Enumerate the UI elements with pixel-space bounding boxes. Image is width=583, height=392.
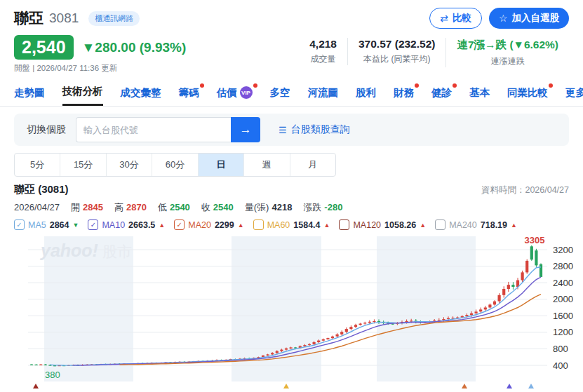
- period-tab-month[interactable]: 月: [290, 154, 335, 176]
- candle[interactable]: [410, 320, 413, 321]
- candle[interactable]: [39, 365, 42, 365]
- tab-chips[interactable]: 籌碼: [179, 79, 199, 106]
- period-tab-week[interactable]: 週: [243, 154, 289, 176]
- event-marker[interactable]: [462, 384, 467, 388]
- market-category-badge[interactable]: 櫃通訊網路: [88, 11, 140, 26]
- event-marker[interactable]: [528, 384, 534, 388]
- candle[interactable]: [294, 347, 297, 348]
- candle[interactable]: [30, 365, 33, 365]
- price-chart[interactable]: yahoo!股市 3200280024002000160012008004003…: [0, 234, 583, 392]
- candle[interactable]: [475, 311, 478, 313]
- ohlc-change: 漲跌-280: [303, 201, 342, 214]
- candle[interactable]: [267, 354, 269, 356]
- category-query-link[interactable]: ☰ 台股類股查詢: [279, 123, 350, 136]
- candle[interactable]: [479, 309, 482, 311]
- candle[interactable]: [498, 295, 501, 302]
- candle[interactable]: [493, 302, 496, 305]
- candle[interactable]: [470, 313, 473, 315]
- event-marker[interactable]: [283, 384, 289, 388]
- candle[interactable]: [507, 285, 510, 289]
- tab-health-check[interactable]: 健診: [431, 79, 452, 106]
- candle[interactable]: [317, 341, 320, 342]
- candle[interactable]: [345, 329, 348, 332]
- ma-item-ma5[interactable]: ✓MA52864▼: [14, 219, 79, 230]
- ma5-checkbox[interactable]: ✓: [14, 219, 25, 230]
- add-watchlist-button[interactable]: ☆ 加入自選股: [489, 8, 569, 29]
- tab-label: 股利: [356, 86, 376, 100]
- ma20-checkbox[interactable]: ✓: [174, 219, 185, 230]
- candle[interactable]: [406, 321, 408, 322]
- candle[interactable]: [326, 338, 329, 339]
- period-tab-30m[interactable]: 30分: [106, 154, 152, 176]
- candle[interactable]: [368, 322, 371, 323]
- tab-transactions[interactable]: 成交彙整: [121, 79, 161, 106]
- event-marker[interactable]: [33, 384, 39, 388]
- candle[interactable]: [331, 337, 334, 338]
- ma60-checkbox[interactable]: [253, 219, 264, 230]
- tab-technical[interactable]: 技術分析: [62, 79, 103, 106]
- ma-item-ma20[interactable]: ✓MA202299▲: [174, 219, 243, 230]
- candle[interactable]: [336, 334, 339, 337]
- chart-meta-row: 聯亞 (3081) 資料時間：2026/04/27: [14, 183, 569, 196]
- tab-basics[interactable]: 基本: [469, 79, 490, 106]
- candle[interactable]: [271, 353, 274, 354]
- tab-label: 籌碼: [179, 86, 199, 100]
- stat-label: 本益比 (同業平均): [358, 53, 435, 65]
- candle[interactable]: [488, 304, 491, 307]
- candle[interactable]: [502, 289, 505, 295]
- tab-valuation[interactable]: 估價VIP: [217, 79, 253, 106]
- candle[interactable]: [521, 272, 524, 280]
- candle[interactable]: [276, 351, 279, 353]
- tab-financials[interactable]: 財務: [394, 79, 414, 106]
- ma-item-ma240[interactable]: MA240718.19▲: [435, 219, 517, 230]
- candle[interactable]: [322, 339, 325, 341]
- candle[interactable]: [290, 347, 293, 349]
- period-tab-5m[interactable]: 5分: [15, 154, 60, 176]
- candle[interactable]: [280, 350, 283, 351]
- candle[interactable]: [484, 308, 487, 310]
- candle[interactable]: [447, 318, 450, 319]
- stat-volume: 4,218成交量: [299, 38, 347, 65]
- ohlc-low: 低2540: [158, 201, 190, 214]
- candle[interactable]: [349, 327, 352, 329]
- tab-more[interactable]: 更多...: [565, 79, 583, 106]
- ma-item-ma60[interactable]: MA601584.4▲: [253, 219, 330, 230]
- candle[interactable]: [303, 345, 306, 346]
- tab-long-short[interactable]: 多空: [270, 79, 290, 106]
- ma-item-ma10[interactable]: ✓MA102663.5▲: [88, 219, 165, 230]
- stock-code-input[interactable]: [76, 117, 231, 142]
- search-submit-button[interactable]: →: [231, 117, 260, 142]
- ma240-checkbox[interactable]: [435, 219, 445, 230]
- tab-dividend[interactable]: 股利: [356, 79, 376, 106]
- tab-label: 估價: [217, 86, 237, 100]
- candle[interactable]: [465, 315, 468, 316]
- candle[interactable]: [540, 264, 542, 277]
- candle[interactable]: [525, 261, 528, 273]
- candle[interactable]: [530, 246, 533, 259]
- tab-peer-compare[interactable]: 同業比較: [507, 79, 548, 106]
- candle[interactable]: [313, 342, 316, 344]
- period-tab-15m[interactable]: 15分: [60, 154, 105, 176]
- candle[interactable]: [35, 365, 38, 365]
- candle[interactable]: [363, 323, 366, 323]
- candle[interactable]: [354, 325, 357, 327]
- period-tab-60m[interactable]: 60分: [152, 154, 197, 176]
- tab-river-chart[interactable]: 河流圖: [308, 79, 339, 106]
- candle[interactable]: [373, 321, 375, 322]
- compare-button[interactable]: ⇄ 比較: [429, 8, 482, 29]
- event-marker[interactable]: [507, 384, 512, 388]
- period-tab-day[interactable]: 日: [198, 154, 243, 176]
- ma10-checkbox[interactable]: ✓: [88, 219, 98, 230]
- candle[interactable]: [308, 344, 311, 345]
- candle[interactable]: [44, 365, 47, 365]
- tab-trend[interactable]: 走勢圖: [14, 79, 45, 106]
- candle[interactable]: [340, 332, 343, 334]
- ma120-checkbox[interactable]: [339, 219, 349, 230]
- candle[interactable]: [535, 250, 537, 265]
- chart-canvas[interactable]: 3200280024002000160012008004003305380: [0, 234, 583, 392]
- candle[interactable]: [359, 324, 362, 325]
- candle[interactable]: [511, 285, 514, 287]
- candle[interactable]: [285, 349, 288, 350]
- candle[interactable]: [442, 319, 445, 320]
- ma-item-ma120[interactable]: MA1201058.26▲: [339, 219, 426, 230]
